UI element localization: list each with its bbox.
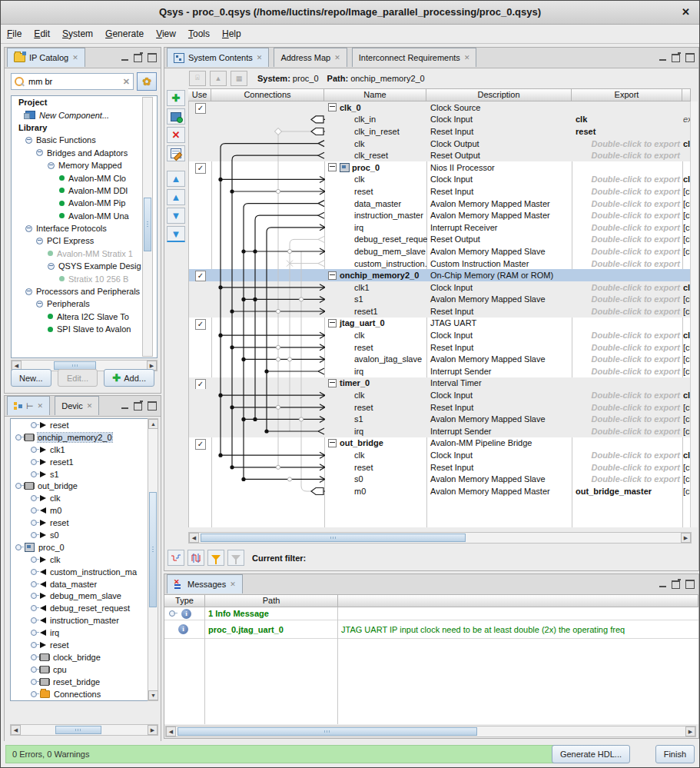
- collapse-icon[interactable]: [328, 103, 337, 111]
- maximize-icon[interactable]: [148, 401, 157, 411]
- add-component-button[interactable]: ✚Add...: [104, 369, 154, 387]
- cell-name[interactable]: clk: [325, 450, 427, 460]
- ip-search-box[interactable]: ✕: [11, 73, 134, 90]
- tree-handle-icon[interactable]: [31, 447, 37, 453]
- tree-handle-icon[interactable]: [31, 679, 37, 685]
- cell-name[interactable]: proc_0: [325, 163, 427, 172]
- cell-name[interactable]: jtag_uart_0: [325, 318, 427, 327]
- tree-handle-icon[interactable]: [31, 459, 37, 465]
- tab-close-icon[interactable]: ✕: [334, 54, 340, 62]
- ip-tree-item[interactable]: Memory Mapped: [12, 159, 157, 171]
- table-vscrollbar[interactable]: [690, 101, 698, 527]
- hierarchy-tree-item[interactable]: reset: [11, 639, 158, 651]
- cell-name[interactable]: m0: [325, 487, 427, 496]
- tab-close-icon[interactable]: ✕: [38, 402, 44, 410]
- hierarchy-tree-item[interactable]: clk: [11, 554, 158, 566]
- hierarchy-tree-item[interactable]: Connections: [11, 688, 158, 700]
- cell-name[interactable]: out_bridge: [325, 438, 427, 447]
- cell-export[interactable]: clk: [572, 115, 683, 124]
- tree-handle-icon[interactable]: [31, 617, 37, 623]
- cell-name[interactable]: s1: [325, 414, 427, 424]
- cell-name[interactable]: clk: [325, 139, 427, 148]
- hierarchy-tree-item[interactable]: irq: [11, 627, 158, 639]
- ip-tree-item[interactable]: Library: [12, 121, 157, 134]
- move-to-bottom-button[interactable]: ▼: [167, 226, 185, 242]
- cell-export[interactable]: Double-click to export: [572, 450, 683, 460]
- hierarchy-tree-item[interactable]: clk: [11, 492, 158, 504]
- use-checkbox[interactable]: ✓: [195, 271, 206, 281]
- clear-search-icon[interactable]: ✕: [123, 77, 130, 87]
- cell-name[interactable]: clk: [325, 331, 427, 340]
- tree-handle-icon[interactable]: [31, 654, 37, 660]
- cell-export[interactable]: Double-click to export: [572, 474, 683, 484]
- cell-name[interactable]: s1: [325, 294, 427, 304]
- move-down-button[interactable]: ▼: [167, 208, 185, 224]
- cell-name[interactable]: data_master: [325, 199, 427, 208]
- minimize-icon[interactable]: [659, 59, 666, 61]
- cell-name[interactable]: clk1: [325, 283, 427, 292]
- cell-export[interactable]: Double-click to export: [572, 283, 683, 292]
- hierarchy-tree-item[interactable]: timer_0: [11, 700, 158, 701]
- hierarchy-vscroll-thumb[interactable]: [149, 492, 157, 607]
- cell-name[interactable]: clk: [325, 391, 427, 400]
- tree-handle-icon[interactable]: [31, 667, 37, 673]
- cell-export[interactable]: Double-click to export: [572, 354, 683, 364]
- cell-name[interactable]: reset: [325, 403, 427, 412]
- column-message[interactable]: [338, 594, 698, 607]
- ip-tree-item[interactable]: Interface Protocols: [12, 222, 157, 234]
- cell-name[interactable]: custom_instruction...: [325, 259, 427, 268]
- clock-crossing-button[interactable]: [168, 550, 184, 566]
- hierarchy-tree-item[interactable]: instruction_master: [11, 614, 158, 627]
- ip-tree-vscrollbar[interactable]: [142, 97, 153, 357]
- collapse-icon[interactable]: [328, 379, 337, 387]
- cell-name[interactable]: instruction_master: [325, 211, 427, 220]
- float-icon[interactable]: [672, 580, 680, 589]
- cell-name[interactable]: timer_0: [325, 378, 427, 387]
- cell-name[interactable]: irq: [325, 367, 427, 376]
- tree-handle-icon[interactable]: [31, 422, 37, 428]
- tree-handle-icon[interactable]: [31, 520, 37, 526]
- generate-hdl-button[interactable]: Generate HDL...: [552, 745, 630, 763]
- duplicate-button[interactable]: [167, 108, 185, 125]
- ip-tree-item[interactable]: Avalon-MM Pip: [12, 197, 157, 209]
- connections-diagram[interactable]: [211, 101, 325, 497]
- messages-hscroll-thumb[interactable]: [177, 727, 477, 736]
- hierarchy-hscrollbar[interactable]: ◀ ▶: [10, 724, 158, 736]
- cell-name[interactable]: clk_0: [325, 103, 427, 112]
- ip-tree-item[interactable]: Processors and Peripherals: [12, 285, 157, 298]
- tab-ip-catalog[interactable]: IP Catalog ✕: [7, 48, 85, 67]
- cell-name[interactable]: debug_mem_slave: [325, 247, 427, 256]
- cell-name[interactable]: debug_reset_reque...: [325, 234, 427, 244]
- filter-button[interactable]: [207, 550, 224, 566]
- move-to-top-button[interactable]: ▲: [167, 171, 185, 187]
- use-checkbox[interactable]: ✓: [195, 439, 206, 450]
- tree-handle-icon[interactable]: [31, 691, 37, 697]
- table-hscrollbar[interactable]: ◀ ▶: [188, 532, 692, 544]
- add-component-button[interactable]: ✚: [167, 90, 185, 106]
- hierarchy-tree-item[interactable]: clock_bridge: [11, 651, 158, 663]
- hierarchy-tree-item[interactable]: s0: [11, 529, 158, 541]
- hierarchy-tree-item[interactable]: clk1: [11, 444, 158, 456]
- cell-export[interactable]: out_bridge_master: [572, 487, 683, 496]
- use-checkbox[interactable]: ✓: [195, 379, 206, 390]
- hierarchy-vscrollbar[interactable]: ▲ ▼: [148, 418, 158, 701]
- cell-name[interactable]: clk: [325, 175, 427, 184]
- tree-handle-icon[interactable]: [15, 434, 22, 441]
- float-icon[interactable]: [134, 402, 142, 411]
- table-hscroll-thumb[interactable]: [201, 534, 466, 542]
- cell-name[interactable]: irq: [325, 427, 427, 436]
- cell-name[interactable]: reset: [325, 187, 427, 196]
- column-header[interactable]: Name: [324, 88, 426, 101]
- ip-tree-item[interactable]: Avalon-MM Clo: [12, 171, 157, 184]
- tab-close-icon[interactable]: ✕: [464, 54, 470, 62]
- tree-handle-icon[interactable]: [31, 507, 37, 514]
- cell-name[interactable]: reset: [325, 343, 427, 352]
- cell-name[interactable]: clk_in: [325, 115, 427, 124]
- cell-export[interactable]: Double-click to export: [572, 211, 683, 220]
- ip-search-input[interactable]: [27, 76, 120, 87]
- use-checkbox[interactable]: ✓: [195, 163, 206, 174]
- cell-export[interactable]: Double-click to export: [572, 307, 683, 316]
- cell-name[interactable]: clk_in_reset: [325, 127, 427, 136]
- finish-button[interactable]: Finish: [655, 745, 695, 763]
- tree-handle-icon[interactable]: [31, 471, 37, 477]
